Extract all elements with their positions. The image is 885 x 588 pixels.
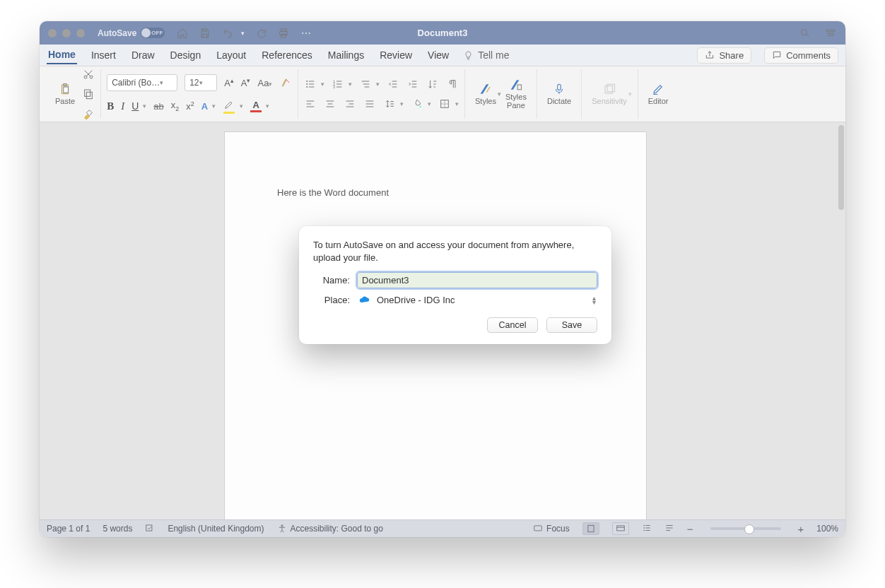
editor-icon: [652, 83, 664, 95]
tab-view[interactable]: View: [426, 47, 450, 64]
cancel-button[interactable]: Cancel: [487, 317, 538, 333]
share-button[interactable]: Share: [697, 47, 751, 64]
tab-review[interactable]: Review: [378, 47, 414, 64]
name-label: Name:: [313, 275, 350, 286]
print-icon[interactable]: [277, 27, 290, 40]
zoom-in-button[interactable]: +: [798, 523, 804, 535]
titlebar: AutoSave OFF ▾ Document3: [40, 21, 845, 45]
tab-mailings[interactable]: Mailings: [327, 47, 365, 64]
underline-dropdown[interactable]: ▾: [143, 102, 146, 110]
search-icon[interactable]: [799, 27, 811, 40]
shading-icon[interactable]: [411, 98, 423, 110]
svg-point-15: [306, 81, 307, 82]
increase-indent-icon[interactable]: [406, 78, 419, 90]
copy-icon[interactable]: [82, 88, 95, 100]
font-name-select[interactable]: Calibri (Bo…▾: [107, 74, 177, 91]
svg-point-4: [305, 33, 307, 34]
comments-button[interactable]: Comments: [764, 47, 838, 64]
sensitivity-button: Sensitivity: [587, 83, 631, 105]
zoom-slider[interactable]: [710, 527, 781, 530]
change-case-button[interactable]: Aa ▾: [257, 78, 272, 88]
undo-history-dropdown[interactable]: ▾: [241, 30, 245, 37]
dictate-button[interactable]: Dictate: [543, 83, 575, 105]
styles-icon: [479, 83, 492, 95]
align-left-icon[interactable]: [304, 98, 317, 110]
tab-references[interactable]: References: [260, 47, 314, 64]
svg-rect-31: [617, 526, 625, 531]
underline-button[interactable]: U: [131, 100, 139, 112]
tab-design[interactable]: Design: [169, 47, 203, 64]
draft-view-button[interactable]: [664, 523, 674, 535]
group-paragraph: ▾ 123▾ ▾ ▾ ▾ ▾: [298, 69, 465, 119]
save-button[interactable]: Save: [546, 317, 597, 333]
align-right-icon[interactable]: [344, 98, 356, 110]
styles-pane-icon: [510, 78, 522, 91]
font-color-button[interactable]: A: [250, 100, 262, 112]
tab-draw[interactable]: Draw: [130, 47, 156, 64]
autosave-switch[interactable]: OFF: [141, 28, 165, 38]
grow-font-button[interactable]: A▴: [224, 77, 234, 88]
line-spacing-icon[interactable]: [383, 98, 396, 110]
strikethrough-button[interactable]: ab: [153, 101, 163, 112]
clipboard-icon: [59, 83, 71, 95]
undo-icon[interactable]: [221, 27, 234, 40]
italic-button[interactable]: I: [121, 100, 124, 112]
clear-formatting-icon[interactable]: [279, 76, 292, 89]
shrink-font-button[interactable]: A▾: [241, 77, 251, 88]
print-layout-view-button[interactable]: [582, 522, 599, 535]
editor-button[interactable]: Editor: [644, 83, 673, 105]
font-size-select[interactable]: 12▾: [184, 74, 217, 91]
save-icon[interactable]: [199, 27, 211, 40]
microphone-icon: [553, 83, 565, 95]
numbering-icon[interactable]: 123: [332, 78, 344, 90]
group-editor: Editor: [638, 69, 679, 119]
share-icon: [705, 50, 715, 60]
format-painter-icon[interactable]: [82, 107, 95, 120]
spellcheck-icon[interactable]: [145, 523, 155, 535]
zoom-level[interactable]: 100%: [816, 524, 838, 534]
borders-icon[interactable]: [438, 98, 451, 110]
zoom-window-button[interactable]: [76, 29, 85, 37]
autosave-toggle[interactable]: AutoSave OFF: [98, 28, 165, 38]
tab-insert[interactable]: Insert: [90, 47, 117, 64]
styles-button[interactable]: Styles: [471, 83, 500, 105]
sort-icon[interactable]: [426, 78, 439, 90]
tab-layout[interactable]: Layout: [215, 47, 247, 64]
web-layout-view-button[interactable]: [612, 522, 629, 535]
show-marks-icon[interactable]: [446, 78, 459, 90]
highlight-button[interactable]: [223, 98, 235, 114]
more-icon[interactable]: [300, 27, 312, 40]
decrease-indent-icon[interactable]: [387, 78, 399, 90]
subscript-button[interactable]: x2: [171, 100, 180, 112]
svg-point-16: [306, 83, 307, 85]
bullets-icon[interactable]: [304, 78, 317, 90]
styles-pane-button[interactable]: Styles Pane: [501, 78, 531, 110]
status-word-count[interactable]: 5 words: [102, 524, 132, 534]
status-page[interactable]: Page 1 of 1: [47, 524, 90, 534]
sensitivity-icon: [603, 83, 616, 95]
place-select[interactable]: OneDrive - IDG Inc ▴▾: [357, 293, 597, 307]
justify-icon[interactable]: [363, 98, 376, 110]
focus-mode-button[interactable]: Focus: [533, 524, 570, 534]
tell-me-search[interactable]: Tell me: [463, 49, 509, 61]
redo-icon[interactable]: [254, 27, 267, 40]
ribbon-options-icon[interactable]: [824, 27, 837, 40]
vertical-scrollbar[interactable]: [838, 125, 844, 210]
outline-view-button[interactable]: [642, 523, 652, 535]
cut-icon[interactable]: [82, 68, 95, 81]
align-center-icon[interactable]: [324, 98, 336, 110]
paste-button[interactable]: Paste: [51, 83, 79, 105]
home-icon[interactable]: [176, 27, 189, 40]
group-sensitivity: Sensitivity ▾: [582, 69, 638, 119]
multilevel-list-icon[interactable]: [359, 78, 372, 90]
superscript-button[interactable]: x2: [186, 100, 194, 112]
zoom-out-button[interactable]: −: [687, 523, 693, 535]
filename-input[interactable]: [357, 272, 597, 288]
close-window-button[interactable]: [48, 29, 57, 37]
tab-home[interactable]: Home: [47, 46, 77, 64]
status-accessibility[interactable]: Accessibility: Good to go: [277, 524, 383, 534]
text-effects-button[interactable]: A: [201, 102, 208, 111]
bold-button[interactable]: B: [107, 100, 114, 112]
minimize-window-button[interactable]: [62, 29, 71, 37]
status-language[interactable]: English (United Kingdom): [168, 524, 264, 534]
